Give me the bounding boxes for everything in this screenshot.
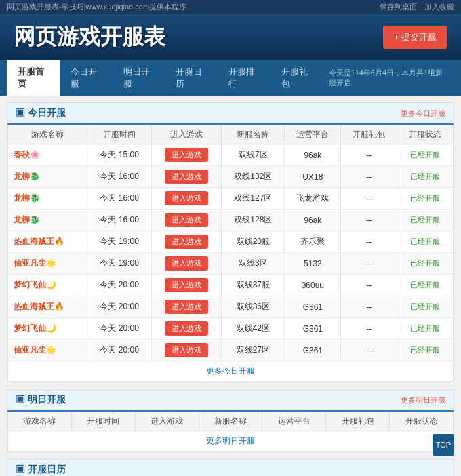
game-gift: --	[341, 340, 397, 361]
header: 网页游戏开服表 提交开服	[0, 14, 461, 60]
back-to-top-button[interactable]: TOP	[433, 434, 454, 456]
game-status: 已经开服	[397, 210, 454, 231]
tomorrow-table: 游戏名称 开服时间 进入游戏 新服名称 运营平台 开服礼包 开服状态 更多明日开…	[7, 412, 454, 452]
game-status: 已经开服	[397, 296, 454, 318]
table-row: 仙亚凡尘🌟 今天 20:00 进入游戏 双线27区 G361 -- 已经开服	[8, 340, 454, 361]
th-platform: 运营平台	[285, 125, 341, 144]
today-more-row[interactable]: 更多今日开服	[8, 361, 454, 382]
nav-item-1[interactable]: 今日开服	[60, 60, 113, 96]
th2-enter: 进入游戏	[135, 412, 199, 431]
enter-game-button[interactable]: 进入游戏	[165, 321, 208, 336]
calendar-section-header: 开服日历	[7, 460, 454, 476]
enter-cell: 进入游戏	[152, 253, 222, 275]
submit-button[interactable]: 提交开服	[383, 26, 447, 49]
th2-platform: 运营平台	[262, 412, 326, 431]
game-status: 已经开服	[397, 144, 454, 166]
game-status: 已经开服	[397, 318, 454, 340]
game-gift: --	[341, 253, 397, 275]
game-gift: --	[341, 166, 397, 188]
game-time: 今天 16:00	[87, 210, 152, 231]
today-section-header: 今日开服 更多今日开服	[7, 103, 454, 125]
game-name: 梦幻飞仙🌙	[8, 275, 87, 296]
tomorrow-more-row[interactable]: 更多明日开服	[8, 431, 454, 452]
enter-cell: 进入游戏	[152, 166, 222, 188]
enter-cell: 进入游戏	[152, 318, 222, 340]
game-platform: G361	[285, 318, 341, 340]
today-more-label[interactable]: 更多今日开服	[8, 361, 454, 382]
game-time: 今天 20:00	[87, 296, 152, 318]
table-row: 热血海贼王🔥 今天 20:00 进入游戏 双线36区 G361 -- 已经开服	[8, 296, 454, 318]
th-enter: 进入游戏	[152, 125, 222, 144]
game-name: 仙亚凡尘🌟	[8, 340, 87, 361]
game-name: 热血海贼王🔥	[8, 296, 87, 318]
game-platform: 齐乐聚	[285, 231, 341, 253]
today-more-top[interactable]: 更多今日开服	[401, 108, 445, 119]
th2-status: 开服状态	[390, 412, 454, 431]
table-row: 龙柳🐉 今天 16:00 进入游戏 双线128区 96ak -- 已经开服	[8, 210, 454, 231]
enter-game-button[interactable]: 进入游戏	[165, 148, 208, 162]
table-row: 仙亚凡尘🌟 今天 19:00 进入游戏 双线3区 5132 -- 已经开服	[8, 253, 454, 275]
game-time: 今天 20:00	[87, 275, 152, 296]
game-gift: --	[341, 188, 397, 210]
game-gift: --	[341, 296, 397, 318]
game-status: 已经开服	[397, 188, 454, 210]
main-content: 今日开服 更多今日开服 游戏名称 开服时间 进入游戏 新服名称 运营平台 开服礼…	[0, 96, 461, 476]
nav-item-2[interactable]: 明日开服	[113, 60, 165, 96]
enter-game-button[interactable]: 进入游戏	[165, 170, 208, 184]
game-name: 龙柳🐉	[8, 166, 87, 188]
enter-game-button[interactable]: 进入游戏	[165, 235, 208, 249]
top-bar-links: 保存到桌面 加入收藏	[374, 2, 454, 12]
nav-item-3[interactable]: 开服日历	[165, 60, 218, 96]
game-platform: 360uu	[285, 275, 341, 296]
game-platform: G361	[285, 296, 341, 318]
calendar-title: 开服日历	[16, 464, 66, 476]
game-time: 今天 19:00	[87, 253, 152, 275]
save-link[interactable]: 保存到桌面	[380, 3, 417, 11]
game-status: 已经开服	[397, 340, 454, 361]
calendar-section: 开服日历 ‹ 2014年6月 › 123★4567891011121314151…	[7, 459, 454, 476]
enter-cell: 进入游戏	[152, 188, 222, 210]
enter-game-button[interactable]: 进入游戏	[165, 256, 208, 271]
today-table: 游戏名称 开服时间 进入游戏 新服名称 运营平台 开服礼包 开服状态 春秋🌸 今…	[7, 125, 454, 382]
game-platform: G361	[285, 340, 341, 361]
th-status: 开服状态	[397, 125, 454, 144]
th-zone: 新服名称	[222, 125, 285, 144]
nav-item-5[interactable]: 开服礼包	[270, 60, 323, 96]
game-name: 龙柳🐉	[8, 188, 87, 210]
today-table-header: 游戏名称 开服时间 进入游戏 新服名称 运营平台 开服礼包 开服状态	[8, 125, 454, 144]
game-time: 今天 16:00	[87, 188, 152, 210]
game-gift: --	[341, 275, 397, 296]
enter-game-button[interactable]: 进入游戏	[165, 191, 208, 205]
enter-game-button[interactable]: 进入游戏	[165, 278, 208, 292]
navigation: 开服首页 今日开服 明日开服 开服日历 开服排行 开服礼包 今天是114年6月4…	[0, 60, 461, 96]
game-zone: 双线132区	[222, 166, 285, 188]
game-time: 今天 20:00	[87, 318, 152, 340]
table-row: 春秋🌸 今天 15:00 进入游戏 双线7区 96ak -- 已经开服	[8, 144, 454, 166]
site-title: 网页游戏开服表	[14, 22, 165, 52]
enter-game-button[interactable]: 进入游戏	[165, 343, 208, 357]
tomorrow-more-label[interactable]: 更多明日开服	[8, 431, 454, 452]
tomorrow-section-header: 明日开服 更多明日开服	[7, 390, 454, 412]
enter-game-button[interactable]: 进入游戏	[165, 300, 208, 314]
enter-game-button[interactable]: 进入游戏	[165, 213, 208, 227]
nav-date: 今天是114年6月4日，本月共1组新服开启	[323, 62, 454, 94]
th-game-name: 游戏名称	[8, 125, 87, 144]
nav-item-0[interactable]: 开服首页	[7, 60, 60, 96]
table-row: 热血海贼王🔥 今天 19:00 进入游戏 双线20服 齐乐聚 -- 已经开服	[8, 231, 454, 253]
game-status: 已经开服	[397, 231, 454, 253]
game-zone: 双线36区	[222, 296, 285, 318]
nav-item-4[interactable]: 开服排行	[218, 60, 270, 96]
add-fav-link[interactable]: 加入收藏	[424, 3, 454, 11]
tomorrow-more-top[interactable]: 更多明日开服	[401, 395, 445, 405]
table-row: 梦幻飞仙🌙 今天 20:00 进入游戏 双线37服 360uu -- 已经开服	[8, 275, 454, 296]
game-zone: 双线3区	[222, 253, 285, 275]
game-time: 今天 19:00	[87, 231, 152, 253]
game-time: 今天 15:00	[87, 144, 152, 166]
game-platform: 96ak	[285, 210, 341, 231]
game-gift: --	[341, 144, 397, 166]
game-platform: 5132	[285, 253, 341, 275]
game-time: 今天 20:00	[87, 340, 152, 361]
enter-cell: 进入游戏	[152, 296, 222, 318]
th2-gift: 开服礼包	[326, 412, 390, 431]
enter-cell: 进入游戏	[152, 144, 222, 166]
